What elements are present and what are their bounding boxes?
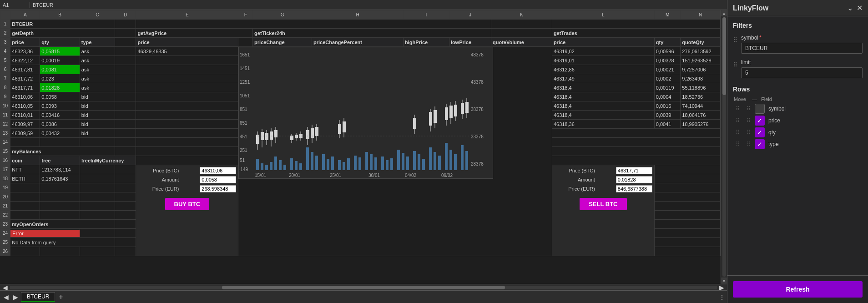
cell-avgprice-val: 46329,46835: [136, 47, 238, 56]
symbol-checkbox[interactable]: [755, 104, 765, 114]
cell-openorders-error: Error: [10, 229, 80, 238]
cell-depth-qty-9: 0,0086: [40, 120, 80, 129]
cell-trades-qty-1: 0,00596: [654, 47, 680, 56]
price-row-drag2[interactable]: ⠿: [744, 117, 753, 124]
qty-field-name: qty: [767, 129, 863, 136]
buy-amount-input[interactable]: [200, 176, 236, 183]
sell-price-btc-label: Price (BTC): [554, 168, 595, 173]
cell-9e: [136, 92, 238, 101]
svg-text:38378: 38378: [471, 107, 484, 112]
buy-price-btc-input[interactable]: [200, 167, 236, 174]
scroll-up-button[interactable]: ▲: [721, 10, 727, 16]
cell-2k: [491, 29, 552, 38]
limit-drag-handle[interactable]: ⠿: [733, 61, 737, 68]
rownum-22: 22: [0, 211, 10, 220]
cell-getavgprice-label: getAvgPrice: [136, 29, 253, 38]
cell-21lmn: [654, 202, 720, 211]
tab-btceur[interactable]: BTCEUR: [21, 292, 55, 302]
cells-area[interactable]: A B C D E F G H I J K L M: [0, 10, 721, 284]
row-item-qty: ⠿ ⠿ ✓ qty: [733, 127, 863, 137]
col-header-l: L: [552, 10, 654, 20]
panel-close-button[interactable]: ✕: [857, 4, 863, 12]
symbol-label: symbol*: [741, 35, 863, 41]
svg-rect-30: [299, 163, 302, 170]
filter-row-symbol: ⠿ symbol*: [733, 35, 863, 54]
sell-price-eur-input[interactable]: [616, 185, 652, 192]
panel-collapse-button[interactable]: ⌄: [847, 4, 853, 12]
svg-text:1051: 1051: [240, 93, 250, 98]
cell-12e: [136, 120, 238, 129]
buy-btc-button[interactable]: BUY BTC: [165, 198, 210, 210]
rownum-14: 14: [0, 138, 10, 147]
horizontal-scrollbar[interactable]: ◀ ▶: [0, 284, 727, 290]
cell-trades-price-9: 46318,36: [552, 120, 654, 129]
buy-price-eur-input[interactable]: [200, 185, 236, 192]
qty-row-drag2[interactable]: ⠿: [744, 129, 753, 136]
cell-23d: [115, 220, 136, 229]
tab-next-button[interactable]: ▶: [11, 293, 20, 302]
limit-input[interactable]: [741, 67, 863, 78]
rownum-6: 6: [0, 65, 10, 74]
symbol-row-drag[interactable]: ⠿: [733, 106, 742, 112]
cell-highprice-head: highPrice: [404, 38, 449, 47]
svg-text:48378: 48378: [471, 52, 484, 57]
cell-trades-quoteqty-5: 55,118896: [681, 83, 721, 92]
price-row-drag[interactable]: ⠿: [733, 117, 742, 124]
svg-rect-21: [256, 159, 259, 170]
rownum-17: 17: [0, 165, 10, 174]
cell-22lmn: [654, 211, 720, 220]
svg-rect-91: [429, 112, 432, 126]
cell-balance-freemy-head: freeInMyCurrency: [80, 156, 136, 165]
cell-trades-qty-head: qty: [654, 38, 680, 47]
panel-body: Filters ⠿ symbol* ⠿ limit: [727, 16, 868, 275]
tab-options-button[interactable]: ⋮: [719, 293, 725, 301]
svg-rect-57: [445, 143, 448, 170]
rownum-2: 2: [0, 29, 10, 38]
cell-26c: [80, 247, 115, 256]
refresh-button[interactable]: Refresh: [733, 281, 863, 298]
tab-prev-button[interactable]: ◀: [2, 293, 10, 302]
cell-9d: [115, 92, 136, 101]
svg-rect-103: [465, 102, 469, 113]
cell-18lmn: [654, 174, 720, 183]
add-sheet-button[interactable]: +: [56, 292, 66, 302]
svg-rect-24: [270, 162, 273, 170]
cell-20d: [115, 192, 136, 202]
symbol-input[interactable]: [741, 43, 863, 54]
svg-rect-48: [397, 150, 400, 170]
type-row-drag2[interactable]: ⠿: [744, 141, 753, 147]
cell-17lmn: [654, 165, 720, 174]
cell-trades-quoteqty-9: 18,9905276: [681, 120, 721, 129]
col-header-j: J: [449, 10, 491, 20]
svg-rect-67: [265, 133, 268, 140]
price-checkbox[interactable]: ✓: [755, 116, 765, 126]
qty-row-drag[interactable]: ⠿: [733, 129, 742, 136]
rownum-20: 20: [0, 192, 10, 202]
symbol-row-drag2[interactable]: ⠿: [744, 106, 753, 112]
row-item-type: ⠿ ⠿ ✓ type: [733, 139, 863, 149]
type-checkbox[interactable]: ✓: [755, 139, 765, 149]
cell-12d: [115, 120, 136, 129]
type-row-drag[interactable]: ⠿: [733, 141, 742, 147]
cell-trades-price-head: price: [552, 38, 654, 47]
sell-btc-button[interactable]: SELL BTC: [580, 198, 626, 210]
symbol-drag-handle[interactable]: ⠿: [733, 36, 737, 44]
svg-rect-51: [413, 151, 416, 170]
rownum-10: 10: [0, 101, 10, 111]
cell-depth-price-4: 46317,72: [10, 74, 40, 83]
svg-rect-50: [406, 157, 409, 170]
vertical-scrollbar[interactable]: ▲ ▼: [721, 10, 727, 284]
cell-trades-price-4: 46317,49: [552, 74, 654, 83]
svg-rect-23: [265, 165, 268, 170]
svg-text:15/01: 15/01: [255, 173, 266, 178]
qty-checkbox[interactable]: ✓: [755, 127, 765, 137]
rownum-18: 18: [0, 174, 10, 183]
sell-amount-input[interactable]: [616, 176, 652, 183]
cell-17c: [80, 165, 115, 174]
rownum-4: 4: [0, 47, 10, 56]
cell-trades-price-2: 46319,01: [552, 56, 654, 65]
sell-price-btc-input[interactable]: [616, 167, 652, 174]
cell-15lmn: [552, 147, 720, 156]
col-header-i: I: [404, 10, 449, 20]
cell-8e: [136, 83, 238, 92]
